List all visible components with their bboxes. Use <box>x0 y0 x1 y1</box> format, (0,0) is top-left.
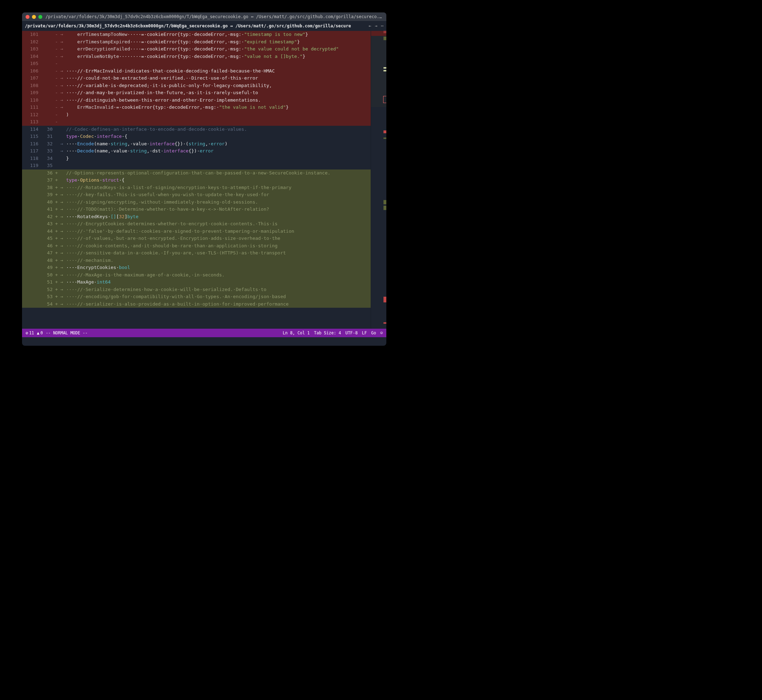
code-line[interactable]: →····//·TODO(matt):·Determine·whether·to… <box>60 206 371 213</box>
gutter-row[interactable]: 11733 <box>22 147 60 155</box>
gutter-row[interactable]: 42+ <box>22 213 60 221</box>
gutter-row[interactable]: 104- <box>22 53 60 60</box>
code-line[interactable]: } <box>60 155 371 162</box>
code-line[interactable] <box>60 118 371 126</box>
code-line[interactable]: //·Options·represents·optional·configura… <box>60 169 371 177</box>
code-line[interactable]: //·Codec·defines·an·interface·to·encode·… <box>60 126 371 133</box>
gutter-row[interactable]: 52+ <box>22 286 60 294</box>
minimap-marker[interactable] <box>383 67 386 69</box>
minimap-marker[interactable] <box>383 138 386 139</box>
nav-forward-icon[interactable]: → <box>375 23 377 28</box>
gutter-row[interactable]: 108- <box>22 82 60 89</box>
minimap-marker[interactable] <box>383 130 386 133</box>
gutter-row[interactable]: 11430 <box>22 126 60 133</box>
code-line[interactable]: →····//·could·not·be·extracted·and·verif… <box>60 75 371 82</box>
tab-title[interactable]: /private/var/folders/3k/30m3dj_57dv9c2n4… <box>25 23 366 28</box>
more-icon[interactable]: ⋯ <box>381 23 383 28</box>
minimap-marker[interactable] <box>383 297 386 302</box>
gutter-row[interactable]: 107- <box>22 75 60 82</box>
code-line[interactable] <box>60 162 371 169</box>
code-line[interactable]: → errValueNotByte········=·cookieError{t… <box>60 53 371 60</box>
gutter-row[interactable]: 106- <box>22 67 60 75</box>
gutter-row[interactable]: 110- <box>22 97 60 104</box>
minimap-marker[interactable] <box>383 206 386 210</box>
code-line[interactable]: →····//·Serialize·determines·how·a·cooki… <box>60 286 371 294</box>
code-line[interactable] <box>60 60 371 67</box>
gutter-row[interactable]: 43+ <box>22 220 60 228</box>
minimap-marker[interactable] <box>371 31 386 36</box>
cursor-position[interactable]: Ln 8, Col 1 <box>283 330 310 337</box>
gutter-row[interactable]: 105- <box>22 60 60 67</box>
code-line[interactable]: →····//·ErrMacInvalid·indicates·that·coo… <box>60 67 371 75</box>
gutter-row[interactable]: 50+ <box>22 272 60 279</box>
code-area[interactable]: → errTimestampTooNew·····=·cookieError{t… <box>60 31 371 330</box>
traffic-minimize-icon[interactable] <box>32 15 36 19</box>
gutter-row[interactable]: 11834 <box>22 155 60 162</box>
minimap[interactable] <box>371 31 386 330</box>
code-line[interactable]: type·Options·struct·{ <box>60 177 371 184</box>
gutter-row[interactable]: 103- <box>22 45 60 53</box>
gutter-row[interactable]: 48+ <box>22 257 60 264</box>
eol[interactable]: LF <box>362 330 367 337</box>
minimap-marker[interactable] <box>383 200 386 204</box>
minimap-marker[interactable] <box>383 322 386 324</box>
minimap-marker[interactable] <box>383 70 386 72</box>
code-line[interactable]: → errTimestampTooNew·····=·cookieError{t… <box>60 31 371 38</box>
code-line[interactable]: ) <box>60 111 371 119</box>
code-line[interactable]: →····//·cookie·contents,·and·it·should·b… <box>60 242 371 250</box>
gutter-row[interactable]: 109- <box>22 89 60 97</box>
gutter-row[interactable]: 36+ <box>22 169 60 177</box>
gutter-row[interactable]: 101- <box>22 31 60 38</box>
minimap-marker[interactable] <box>383 32 386 33</box>
minimap-marker[interactable] <box>383 37 386 40</box>
code-line[interactable]: → errTimestampExpired····=·cookieError{t… <box>60 38 371 46</box>
code-line[interactable]: →····//·serializer·is·also·provided·as·a… <box>60 301 371 308</box>
traffic-zoom-icon[interactable] <box>38 15 42 19</box>
gutter-row[interactable]: 51+ <box>22 278 60 286</box>
code-line[interactable]: → ErrMacInvalid·=·cookieError{typ:·decod… <box>60 104 371 111</box>
code-line[interactable]: → errDecryptionFailed····=·cookieError{t… <box>60 45 371 53</box>
errors-count[interactable]: ⊘ 11 <box>26 330 34 337</box>
tab-size[interactable]: Tab Size: 4 <box>314 330 341 337</box>
gutter-row[interactable]: 45+ <box>22 235 60 242</box>
code-line[interactable]: →····//·key·fails.·This·is·useful·when·y… <box>60 191 371 198</box>
code-line[interactable]: →····//·signing/encrypting,·without·imme… <box>60 198 371 206</box>
gutter-row[interactable]: 40+ <box>22 198 60 206</box>
feedback-icon[interactable]: ☺ <box>380 330 383 337</box>
code-line[interactable]: →····//·RotatedKeys·is·a·list·of·signing… <box>60 184 371 192</box>
minimap-marker[interactable] <box>383 31 386 31</box>
code-line[interactable]: →····//·encoding/gob·for·compatibility·w… <box>60 293 371 301</box>
gutter-row[interactable]: 112- <box>22 111 60 119</box>
code-line[interactable]: →····//·sensitive·data·in·a·cookie.·If·y… <box>60 250 371 257</box>
gutter-row[interactable]: 53+ <box>22 293 60 301</box>
code-line[interactable]: →····Encode(name·string,·value·interface… <box>60 141 371 148</box>
traffic-close-icon[interactable] <box>26 15 30 19</box>
gutter-row[interactable]: 113- <box>22 118 60 126</box>
gutter-row[interactable]: 39+ <box>22 191 60 198</box>
titlebar[interactable]: /private/var/folders/3k/30m3dj_57dv9c2n4… <box>22 12 386 21</box>
code-line[interactable]: →····//·of·values,·but·are·not·encrypted… <box>60 235 371 242</box>
code-line[interactable]: →····//·variable·is·deprecated;·it·is·pu… <box>60 82 371 89</box>
code-line[interactable]: →····EncryptCookies·bool <box>60 264 371 272</box>
gutter-row[interactable]: 47+ <box>22 250 60 257</box>
gutter[interactable]: 101-102-103-104-105-106-107-108-109-110-… <box>22 31 60 330</box>
gutter-row[interactable]: 11935 <box>22 162 60 169</box>
language-mode[interactable]: Go <box>371 330 376 337</box>
gutter-row[interactable]: 38+ <box>22 184 60 192</box>
code-line[interactable]: →····//·mechanism. <box>60 257 371 264</box>
nav-back-icon[interactable]: ← <box>369 23 371 28</box>
gutter-row[interactable]: 111- <box>22 104 60 111</box>
code-line[interactable]: →····RotatedKeys·[][32]byte <box>60 213 371 221</box>
gutter-row[interactable]: 102- <box>22 38 60 46</box>
code-line[interactable]: type·Codec·interface·{ <box>60 133 371 141</box>
gutter-row[interactable]: 41+ <box>22 206 60 213</box>
warnings-count[interactable]: ▲ 0 <box>37 330 43 337</box>
gutter-row[interactable]: 37+ <box>22 177 60 184</box>
minimap-marker[interactable] <box>383 96 386 103</box>
gutter-row[interactable]: 11632 <box>22 141 60 148</box>
code-line[interactable]: →····//·MaxAge·is·the·maximum·age·of·a·c… <box>60 272 371 279</box>
code-line[interactable]: →····//·'false'·by·default:·cookies·are·… <box>60 228 371 235</box>
code-line[interactable]: →····//·and·may·be·privatized·in·the·fut… <box>60 89 371 97</box>
gutter-row[interactable]: 49+ <box>22 264 60 272</box>
code-line[interactable]: →····Decode(name,·value·string,·dst·inte… <box>60 147 371 155</box>
